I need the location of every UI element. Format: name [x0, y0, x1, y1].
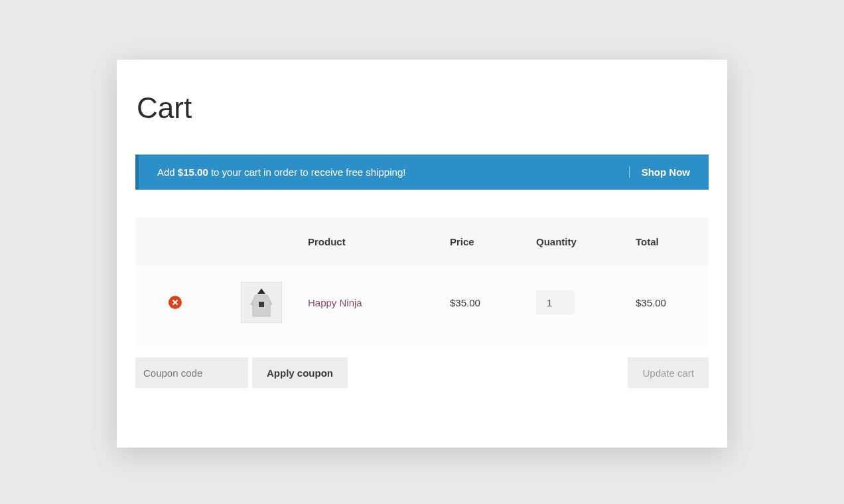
col-quantity: Quantity: [536, 236, 636, 247]
notice-amount: $15.00: [178, 166, 208, 178]
product-name-link[interactable]: Happy Ninja: [308, 297, 450, 308]
apply-coupon-button[interactable]: Apply coupon: [252, 357, 348, 388]
product-total: $35.00: [636, 297, 709, 308]
remove-item-icon[interactable]: [169, 296, 182, 309]
page-title: Cart: [137, 92, 709, 125]
col-product: Product: [308, 236, 450, 247]
update-cart-button[interactable]: Update cart: [628, 357, 709, 388]
cart-actions: Apply coupon Update cart: [135, 357, 709, 388]
col-total: Total: [636, 236, 709, 247]
notice-message: Add $15.00 to your cart in order to rece…: [157, 166, 405, 178]
free-shipping-notice: Add $15.00 to your cart in order to rece…: [135, 155, 709, 190]
cart-table: Product Price Quantity Total: [135, 218, 709, 346]
notice-prefix: Add: [157, 166, 178, 178]
cart-card: Cart Add $15.00 to your cart in order to…: [117, 60, 727, 448]
product-thumbnail[interactable]: [241, 282, 282, 323]
svg-rect-0: [259, 302, 264, 307]
table-row: Happy Ninja $35.00 $35.00: [135, 266, 709, 346]
col-price: Price: [450, 236, 536, 247]
notice-suffix: to your cart in order to receive free sh…: [208, 166, 406, 178]
cart-header: Product Price Quantity Total: [135, 218, 709, 266]
product-price: $35.00: [450, 297, 536, 308]
coupon-code-input[interactable]: [135, 357, 248, 388]
quantity-input[interactable]: [536, 290, 575, 314]
shop-now-link[interactable]: Shop Now: [629, 166, 690, 178]
